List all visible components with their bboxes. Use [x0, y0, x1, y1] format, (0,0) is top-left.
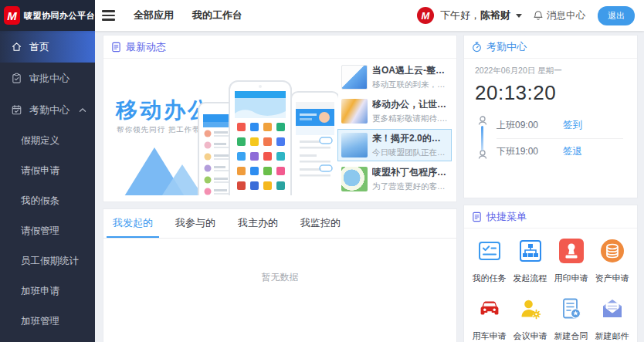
attendance-card: 考勤中心 2022年06月20日 星期一 20:13:20: [463, 35, 638, 198]
tab-initiated-by-me[interactable]: 我发起的: [107, 209, 159, 238]
sidebar-subitem-employee-holiday-stats[interactable]: 员工假期统计: [0, 246, 95, 276]
news-item-desc: 为了营造更好的客户体验，唛: [372, 181, 448, 192]
quick-item-start-process[interactable]: 发起流程: [510, 239, 551, 284]
user-greeting[interactable]: 下午好，陈裕财: [440, 8, 510, 22]
quick-item-label: 用车申请: [469, 330, 510, 342]
task-icon: [477, 239, 502, 263]
main-area: 最新动态 移动办公 帮你领先同行 把工作带出办公室: [95, 31, 644, 342]
empty-state-text: 暂无数据: [103, 271, 456, 284]
sidebar-subitem-leave-request[interactable]: 请假申请: [0, 156, 95, 186]
contract-icon: [559, 296, 584, 321]
brand-block: M 唛盟协同办公平台: [0, 0, 95, 31]
car-icon: [477, 296, 502, 321]
attendance-title: 考勤中心: [486, 40, 527, 54]
news-thumbnail: [341, 65, 368, 90]
attendance-icon: [11, 104, 22, 116]
sign-out-link[interactable]: 签退: [563, 145, 582, 158]
chevron-down-icon[interactable]: [516, 14, 522, 18]
document-icon: [472, 212, 482, 222]
sidebar-subitem-holiday-definition[interactable]: 假期定义: [0, 126, 95, 156]
approval-icon: [11, 73, 22, 84]
sidebar-item-home[interactable]: 首页: [0, 31, 95, 63]
sidebar-subitem-overtime-request[interactable]: 加班申请: [0, 276, 95, 306]
attendance-clock: 20:13:20: [475, 81, 626, 105]
asset-icon: [600, 239, 625, 263]
sidebar-subitem-my-leave-slips[interactable]: 我的假条: [0, 186, 95, 216]
quick-item-label: 资产申请: [591, 273, 632, 284]
sidebar-item-attendance-center[interactable]: 考勤中心: [0, 94, 95, 126]
attendance-timeline: 上班09:00 签到 下班19:00 签退: [475, 114, 626, 163]
news-thumbnail: [341, 99, 368, 124]
sidebar-item-label: 审批中心: [29, 72, 69, 86]
app-title: 唛盟协同办公平台: [24, 10, 95, 22]
quick-menu-card: 快捷菜单 我的任务: [463, 205, 638, 342]
logout-button[interactable]: 退出: [598, 6, 635, 25]
news-item[interactable]: 当OA遇上云-整个协同OA 移动互联的到来，让OA与云: [337, 61, 452, 93]
attendance-body: 2022年06月20日 星期一 20:13:20 上班09:00: [464, 59, 637, 163]
quick-item-my-tasks[interactable]: 我的任务: [469, 239, 510, 284]
timeline-rail: [476, 116, 487, 161]
username: 陈裕财: [480, 9, 510, 21]
sidebar-subitem-leave-management[interactable]: 请假管理: [0, 216, 95, 246]
app-window: M 唛盟协同办公平台 全部应用 我的工作台 M 下午好，陈裕财 消息中心 退出: [0, 0, 644, 342]
brand-logo: M: [4, 6, 20, 25]
clock-out-label: 下班19:00: [497, 145, 546, 158]
news-banner[interactable]: 移动办公 帮你领先同行 把工作带出办公室: [111, 62, 338, 195]
row-divider: [497, 138, 623, 139]
quick-item-label: 新建合同: [551, 330, 591, 342]
header-right: M 下午好，陈裕财 消息中心 退出: [417, 6, 644, 25]
quick-item-label: 会议申请: [510, 330, 551, 342]
quick-menu-title: 快捷菜单: [486, 210, 527, 224]
tab-monitored-by-me[interactable]: 我监控的: [294, 209, 347, 238]
sidebar: 首页 审批中心 考勤中心 假期定义 请假申请 我的假条 请: [0, 31, 95, 342]
news-item[interactable]: 移动办公，让世界触手可 更多精彩敬请期待......: [337, 95, 452, 127]
user-avatar[interactable]: M: [417, 7, 434, 24]
news-item-selected[interactable]: 来！揭开2.0的神秘面纱- 今日唛盟团队正在加班加点,: [337, 129, 452, 161]
bell-icon: [533, 10, 544, 21]
flow-icon: [518, 239, 543, 263]
timeline-line: [481, 126, 483, 151]
sidebar-subitem-overtime-management[interactable]: 加班管理: [0, 306, 95, 337]
message-center[interactable]: 消息中心: [533, 9, 585, 22]
stamp-icon: [559, 239, 584, 263]
home-icon: [11, 41, 22, 52]
news-thumbnail: [341, 133, 368, 157]
sidebar-submenu: 假期定义 请假申请 我的假条 请假管理 员工假期统计 加班申请 加班管理: [0, 126, 95, 337]
stopwatch-icon: [472, 42, 482, 52]
attendance-date: 2022年06月20日 星期一: [475, 66, 626, 76]
sidebar-item-approval-center[interactable]: 审批中心: [0, 63, 95, 94]
attendance-header: 考勤中心: [464, 36, 637, 59]
sign-in-link[interactable]: 签到: [563, 119, 582, 132]
quick-item-asset-request[interactable]: 资产申请: [591, 239, 632, 284]
quick-item-vehicle-request[interactable]: 用车申请: [469, 296, 510, 342]
meeting-icon: [518, 296, 543, 321]
clock-in-row: 上班09:00 签到: [475, 114, 626, 137]
news-item-title: 移动办公，让世界触手可: [372, 98, 448, 111]
menu-toggle-icon[interactable]: [102, 8, 115, 23]
sidebar-item-label: 考勤中心: [29, 103, 69, 117]
clock-in-label: 上班09:00: [497, 119, 546, 132]
tab-participated-by-me[interactable]: 我参与的: [169, 209, 222, 238]
quick-item-new-mail[interactable]: 新建邮件: [591, 296, 632, 342]
mail-icon: [600, 296, 625, 321]
quick-item-new-contract[interactable]: 新建合同: [551, 296, 591, 342]
quick-item-label: 我的任务: [469, 273, 510, 284]
nav-all-apps[interactable]: 全部应用: [134, 8, 174, 22]
news-item[interactable]: 唛盟补丁包程序更新 为了营造更好的客户体验，唛: [337, 163, 452, 195]
top-header: M 唛盟协同办公平台 全部应用 我的工作台 M 下午好，陈裕财 消息中心 退出: [0, 0, 644, 31]
quick-item-label: 发起流程: [510, 273, 551, 284]
tab-hosted-by-me[interactable]: 我主办的: [232, 209, 284, 238]
news-list: 当OA遇上云-整个协同OA 移动互联的到来，让OA与云 移动办公，让世界触手可 …: [337, 61, 452, 197]
task-tabs: 我发起的 我参与的 我主办的 我监控的: [103, 209, 456, 239]
news-item-title: 唛盟补丁包程序更新: [372, 166, 448, 179]
quick-item-seal-request[interactable]: 用印申请: [551, 239, 591, 284]
clock-out-row: 下班19:00 签退: [475, 141, 626, 163]
news-item-desc: 今日唛盟团队正在加班加点,: [372, 147, 448, 158]
top-nav: 全部应用 我的工作台: [134, 8, 242, 22]
sidebar-item-label: 首页: [29, 40, 49, 54]
news-item-title: 当OA遇上云-整个协同OA: [372, 64, 448, 77]
quick-item-label: 新建邮件: [591, 330, 632, 342]
news-item-title: 来！揭开2.0的神秘面纱-: [372, 132, 448, 145]
quick-item-meeting-request[interactable]: 会议申请: [510, 296, 551, 342]
nav-my-workbench[interactable]: 我的工作台: [192, 8, 242, 22]
